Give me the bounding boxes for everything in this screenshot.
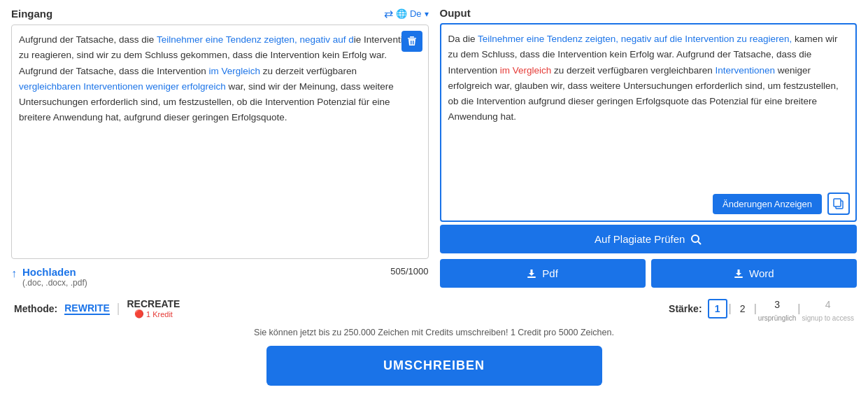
kredit-icon: 🔴 xyxy=(134,309,144,318)
svg-rect-3 xyxy=(834,199,841,206)
svg-rect-1 xyxy=(410,36,414,38)
svg-rect-7 xyxy=(734,276,743,278)
ursprunglich-label: ursprünglich xyxy=(758,314,796,322)
upload-section: ↑ Hochladen (.doc, .docx, .pdf) xyxy=(11,266,87,288)
method-rewrite[interactable]: REWRITE xyxy=(64,302,110,315)
strength-3-col: 3 ursprünglich xyxy=(758,295,796,322)
delete-button[interactable] xyxy=(401,31,422,52)
eingang-header: Eingang ⇄ 🌐 De ▾ xyxy=(11,7,429,20)
output-rich-text[interactable]: Da die Teilnehmer eine Tendenz zeigten, … xyxy=(441,24,856,220)
translate-icon: ⇄ xyxy=(384,7,393,20)
download-row: Pdf Word xyxy=(440,259,858,288)
strength-4[interactable]: 4 xyxy=(818,295,838,314)
lang-label: 🌐 De xyxy=(396,8,421,19)
output-textarea-wrapper: Da die Teilnehmer eine Tendenz zeigten, … xyxy=(440,23,858,222)
starke-section: Stärke: 1 | 2 | 3 ursprünglich | 4 signu… xyxy=(669,295,854,322)
eingang-rich-text[interactable]: Aufgrund der Tatsache, dass die Teilnehm… xyxy=(12,25,428,221)
strength-2[interactable]: 2 xyxy=(733,299,753,318)
chevron-down-icon: ▾ xyxy=(425,9,429,19)
right-action-buttons: Auf Plagiate Prüfen Pdf xyxy=(440,225,858,288)
plagiate-button[interactable]: Auf Plagiate Prüfen xyxy=(440,225,858,253)
promo-text: Sie können jetzt bis zu 250.000 Zeichen … xyxy=(11,328,857,337)
pdf-download-button[interactable]: Pdf xyxy=(440,259,646,288)
svg-rect-6 xyxy=(527,276,536,278)
strength-3[interactable]: 3 xyxy=(767,295,787,314)
recreate-section: RECREATE 🔴 1 Kredit xyxy=(127,298,180,318)
svg-point-4 xyxy=(692,235,699,242)
method-recreate[interactable]: RECREATE xyxy=(127,298,180,309)
output-bottom-bar: Änderungen Anzeigen xyxy=(713,192,850,215)
output-panel: Ouput Da die Teilnehmer eine Tendenz zei… xyxy=(440,7,858,288)
copy-button[interactable] xyxy=(827,192,850,215)
upload-icon: ↑ xyxy=(11,267,17,280)
starke-label: Stärke: xyxy=(669,303,702,314)
methode-section: Methode: REWRITE | RECREATE 🔴 1 Kredit xyxy=(14,298,180,318)
lang-selector[interactable]: ⇄ 🌐 De ▾ xyxy=(384,7,428,20)
upload-hint: (.doc, .docx, .pdf) xyxy=(22,278,87,288)
eingang-title: Eingang xyxy=(11,8,52,20)
svg-line-5 xyxy=(698,241,701,244)
svg-rect-0 xyxy=(408,38,416,39)
strength-4-col: 4 signup to access xyxy=(802,295,855,322)
strength-options: 1 | 2 | 3 ursprünglich | 4 signup to acc… xyxy=(708,295,854,322)
kredit-label: 1 Kredit xyxy=(146,310,173,318)
kredit-badge: 🔴 1 Kredit xyxy=(134,309,173,318)
eingang-textarea-wrapper: Aufgrund der Tatsache, dass die Teilnehm… xyxy=(11,24,429,259)
strength-1[interactable]: 1 xyxy=(708,299,727,318)
changes-button[interactable]: Änderungen Anzeigen xyxy=(713,194,822,214)
upload-link[interactable]: Hochladen xyxy=(22,266,76,278)
output-header: Ouput xyxy=(440,7,858,19)
signup-text: signup to access xyxy=(802,314,855,322)
char-count: 505/1000 xyxy=(390,266,428,276)
methode-label: Methode: xyxy=(14,303,57,314)
bottom-controls: Methode: REWRITE | RECREATE 🔴 1 Kredit S… xyxy=(11,295,857,322)
output-title: Ouput xyxy=(440,7,471,19)
umschreiben-button[interactable]: UMSCHREIBEN xyxy=(266,346,602,386)
word-download-button[interactable]: Word xyxy=(651,259,857,288)
